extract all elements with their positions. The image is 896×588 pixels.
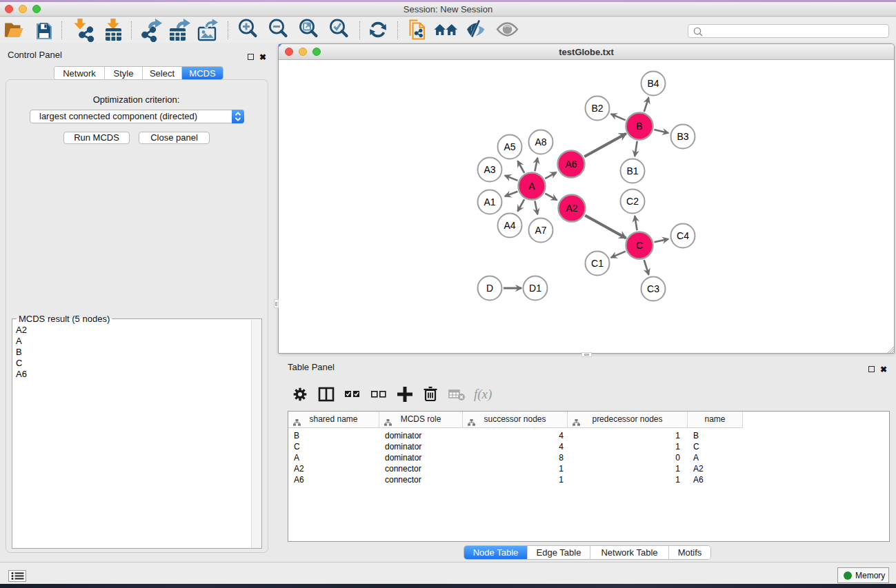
svg-text:C: C: [636, 240, 643, 251]
svg-text:A2: A2: [566, 203, 577, 214]
svg-text:D: D: [486, 283, 493, 294]
svg-text:B3: B3: [677, 131, 688, 142]
svg-text:B1: B1: [626, 165, 638, 176]
svg-text:C4: C4: [677, 230, 689, 241]
svg-text:A8: A8: [535, 136, 546, 148]
svg-text:A7: A7: [535, 225, 546, 236]
svg-text:B2: B2: [591, 103, 603, 114]
svg-text:D1: D1: [529, 283, 541, 294]
svg-text:B4: B4: [647, 78, 659, 89]
svg-text:C3: C3: [647, 283, 659, 294]
svg-text:A3: A3: [484, 164, 495, 175]
svg-text:A1: A1: [484, 196, 495, 207]
svg-text:C2: C2: [626, 196, 639, 207]
svg-text:A5: A5: [504, 141, 515, 152]
svg-text:A4: A4: [504, 220, 515, 231]
svg-text:A: A: [528, 181, 535, 192]
svg-text:A6: A6: [565, 159, 577, 170]
svg-text:C1: C1: [591, 258, 604, 269]
svg-text:B: B: [636, 121, 642, 132]
